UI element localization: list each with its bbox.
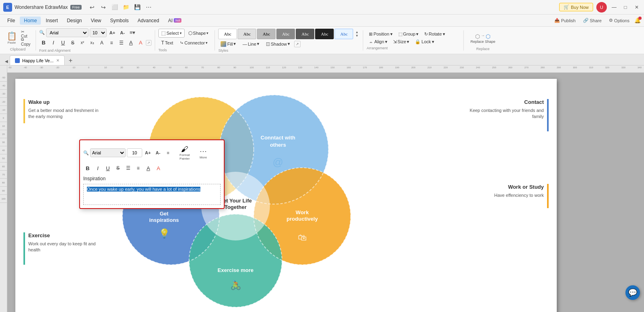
cut-button[interactable]: ✂ Cut: [20, 30, 31, 38]
align-tool-button[interactable]: ⫠Align▾: [366, 38, 389, 45]
copy-button[interactable]: ⧉ Copy: [20, 38, 31, 46]
italic-button[interactable]: I: [49, 38, 58, 47]
float-text-editor: 🔍 Arial A+ A- ≡ 🖌 Format Painter: [79, 139, 225, 209]
underline2-button[interactable]: A: [126, 38, 135, 47]
decrease-font-button[interactable]: A-: [118, 28, 127, 37]
increase-font-button[interactable]: A+: [108, 28, 117, 37]
strikethrough-button[interactable]: S: [68, 38, 77, 47]
chat-bubble[interactable]: 💬: [625, 285, 640, 300]
font-color-button[interactable]: A: [136, 38, 145, 47]
arrangement-section-label: Arrangement: [366, 46, 460, 50]
style-box-3[interactable]: Abc: [257, 29, 276, 39]
float-size-input[interactable]: [127, 148, 142, 157]
buy-now-button[interactable]: 🛒Buy Now: [559, 3, 593, 11]
contact-body: Keep contacting with your friends and fa…: [468, 108, 544, 120]
style-box-2[interactable]: Abc: [238, 29, 256, 39]
float-unordered-list-button[interactable]: ≡: [134, 164, 143, 173]
share-button[interactable]: 🔗Share: [581, 17, 604, 24]
float-increase-font[interactable]: A+: [143, 148, 152, 157]
menu-file[interactable]: File: [3, 17, 19, 25]
contact-title: Contact: [468, 99, 544, 105]
float-underline2-button[interactable]: A: [144, 164, 153, 173]
rotate-button[interactable]: ↻Rotate▾: [422, 31, 447, 38]
new-button[interactable]: ⬜: [110, 2, 120, 12]
position-button[interactable]: ⊞Position▾: [366, 31, 395, 38]
svg-text:🚴: 🚴: [230, 280, 242, 291]
connector-button[interactable]: ⤷ Connector ▾: [177, 38, 211, 47]
float-strikethrough-button[interactable]: S: [114, 164, 122, 173]
open-button[interactable]: 📁: [121, 2, 131, 12]
text-edit-box[interactable]: Once you wake up early, you will have a …: [83, 184, 221, 205]
free-badge: Free: [70, 5, 82, 10]
bold-button[interactable]: B: [39, 38, 48, 47]
underline-button[interactable]: U: [59, 38, 67, 47]
fill-button[interactable]: Fill▾: [218, 40, 238, 48]
add-tab-button[interactable]: +: [66, 56, 75, 65]
group-button[interactable]: ⬚Group▾: [396, 31, 421, 38]
save-button[interactable]: 💾: [133, 2, 142, 12]
publish-button[interactable]: 📤Publish: [552, 17, 578, 24]
superscript-button[interactable]: x²: [78, 38, 87, 47]
style-box-6[interactable]: Abc: [315, 29, 334, 39]
line-button[interactable]: —Line▾: [240, 40, 262, 47]
horizontal-ruler: -50 -40 -30 -20 -10 0 10 20 30 40 50 60 …: [7, 65, 644, 73]
style-box-7[interactable]: Abc: [335, 29, 353, 39]
maximize-button[interactable]: □: [621, 3, 629, 11]
align-button[interactable]: ≡▾: [128, 28, 137, 37]
exercise-body: Work out every day to keep fit and healt…: [28, 241, 104, 253]
float-decrease-font[interactable]: A-: [154, 148, 162, 157]
float-bold-button[interactable]: B: [83, 164, 92, 173]
style-box-4[interactable]: Abc: [276, 29, 295, 39]
subscript-button[interactable]: x₂: [88, 38, 97, 47]
notification-button[interactable]: 🔔: [634, 17, 641, 23]
menu-design[interactable]: Design: [63, 17, 86, 25]
user-avatar[interactable]: U: [596, 2, 607, 13]
font-size-select[interactable]: 10: [90, 28, 107, 37]
options-button[interactable]: ⚙Options: [606, 17, 632, 24]
line-spacing-button[interactable]: ≡: [107, 38, 116, 47]
active-tab[interactable]: Happy Life Ve... ✕: [10, 55, 65, 65]
close-button[interactable]: ✕: [633, 3, 641, 11]
float-font-select[interactable]: Arial: [90, 148, 126, 157]
minimize-button[interactable]: —: [610, 3, 618, 11]
clipboard-section-label: Clipboard: [10, 47, 26, 51]
more-options-button[interactable]: ⋯: [144, 2, 154, 12]
font-select[interactable]: Arial: [46, 28, 88, 37]
more-button[interactable]: ⋯ More: [195, 143, 211, 162]
menu-advanced[interactable]: Advanced: [134, 17, 163, 25]
style-box-5[interactable]: Abc: [296, 29, 314, 39]
text-tool-button[interactable]: T Text: [158, 38, 176, 47]
menu-view[interactable]: View: [87, 17, 105, 25]
svg-text:Work: Work: [296, 209, 309, 215]
prev-tabs-button[interactable]: ◀: [3, 57, 10, 65]
style-box-1[interactable]: Abc: [218, 29, 237, 39]
redo-button[interactable]: ↪: [99, 2, 108, 12]
expand-styles[interactable]: ↗: [294, 41, 301, 47]
float-align-button[interactable]: ≡: [164, 148, 173, 157]
exercise-title: Exercise: [28, 232, 104, 238]
shadow-button[interactable]: ◫Shadow▾: [263, 40, 293, 47]
size-button[interactable]: ⇲Size▾: [391, 38, 412, 45]
float-ordered-list-button[interactable]: ☰: [124, 164, 133, 173]
menu-home[interactable]: Home: [20, 17, 41, 25]
work-title: Work or Study: [468, 184, 544, 190]
tab-close-button[interactable]: ✕: [56, 58, 59, 63]
list-button[interactable]: ☰: [117, 38, 126, 47]
replace-shape-button[interactable]: ⬡ → ⬡ Replace Shape: [467, 30, 499, 47]
expand-font-options[interactable]: ↗: [146, 40, 152, 46]
shape-button[interactable]: ⬡ Shape ▾: [185, 29, 212, 38]
lock-button[interactable]: 🔒Lock▾: [412, 38, 436, 45]
text-style-button[interactable]: A: [97, 38, 106, 47]
select-button[interactable]: ⬚ Select ▾: [158, 29, 185, 38]
float-italic-button[interactable]: I: [93, 164, 102, 173]
menu-ai[interactable]: AI hot: [164, 17, 185, 25]
tab-name: Happy Life Ve...: [22, 58, 54, 63]
float-color-button[interactable]: A: [154, 164, 163, 173]
paste-button[interactable]: 📋 Paste: [4, 30, 19, 46]
menu-insert[interactable]: Insert: [42, 17, 62, 25]
menu-symbols[interactable]: Symbols: [106, 17, 133, 25]
format-painter-button[interactable]: 🖌 Format Painter: [175, 143, 194, 162]
styles-scroll-down[interactable]: ▲▼: [354, 28, 360, 40]
float-underline-button[interactable]: U: [103, 164, 112, 173]
undo-button[interactable]: ↩: [87, 2, 97, 12]
